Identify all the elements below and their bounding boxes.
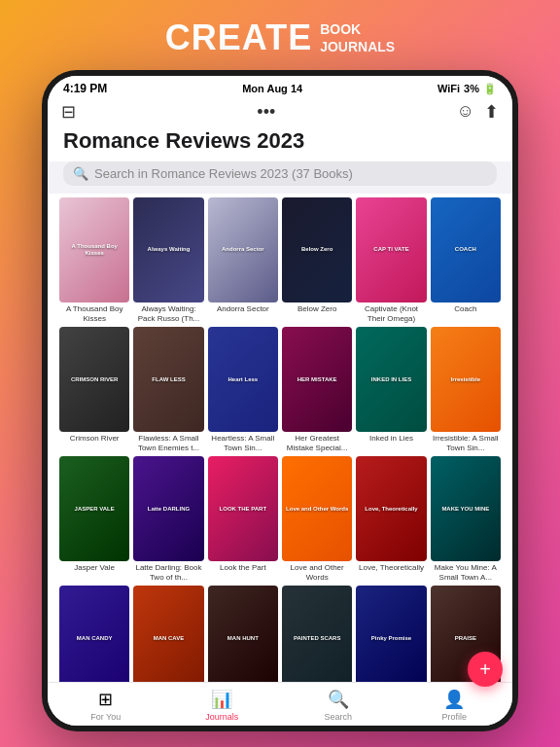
book-title: Coach <box>431 304 501 314</box>
list-item[interactable]: Always WaitingAlways Waiting: Pack Russo… <box>133 197 203 323</box>
list-item[interactable]: INKED IN LIESInked in Lies <box>356 327 426 452</box>
book-title: Make You Mine: A Small Town A... <box>431 563 501 582</box>
list-item[interactable]: Andorra SectorAndorra Sector <box>208 197 278 323</box>
books-grid: A Thousand Boy KissesA Thousand Boy Kiss… <box>59 197 501 682</box>
book-title: Latte Darling: Book Two of th... <box>133 563 203 582</box>
subtitle-line1: BOOK <box>320 20 395 38</box>
book-title: Andorra Sector <box>208 304 278 314</box>
status-right: WiFi 3% 🔋 <box>438 83 497 95</box>
list-item[interactable]: Latte DARLINGLatte Darling: Book Two of … <box>133 456 203 582</box>
add-button[interactable]: + <box>468 652 503 687</box>
list-item[interactable]: Below ZeroBelow Zero <box>282 197 352 323</box>
wifi-icon: WiFi <box>438 83 460 94</box>
tab-label-journals: Journals <box>205 712 238 722</box>
list-item[interactable]: Love, TheoreticallyLove, Theoretically <box>356 456 426 582</box>
status-bar: 4:19 PM Mon Aug 14 WiFi 3% 🔋 <box>48 76 512 97</box>
status-date: Mon Aug 14 <box>242 83 302 94</box>
battery-percent: 3% <box>464 83 479 94</box>
tab-label-search: Search <box>324 712 352 722</box>
tab-icon-journals: 📊 <box>211 689 232 710</box>
header-subtitle: BOOK JOURNALS <box>320 20 395 55</box>
list-item[interactable]: Heart LessHeartless: A Small Town Sin... <box>208 327 278 452</box>
book-title: Heartless: A Small Town Sin... <box>208 434 278 452</box>
books-container: A Thousand Boy KissesA Thousand Boy Kiss… <box>48 194 512 682</box>
tab-icon-for-you: ⊞ <box>98 689 113 710</box>
book-title: Jasper Vale <box>59 563 129 573</box>
tab-label-profile: Profile <box>441 712 467 722</box>
list-item[interactable]: IrresistibleIrresistible: A Small Town S… <box>431 327 501 452</box>
list-item[interactable]: HER MISTAKEHer Greatest Mistake Special.… <box>282 327 352 452</box>
list-item[interactable]: CRIMSON RIVERCrimson River <box>59 327 129 452</box>
tab-search[interactable]: 🔍Search <box>280 689 397 722</box>
tab-for-you[interactable]: ⊞For You <box>48 689 164 722</box>
subtitle-line2: JOURNALS <box>320 38 395 55</box>
nav-right-icons: ☺ ⬆ <box>457 101 499 123</box>
page-title-area: Romance Reviews 2023 <box>48 128 512 161</box>
book-title: Look the Part <box>208 563 278 573</box>
book-title: Her Greatest Mistake Special... <box>282 434 352 452</box>
list-item[interactable]: JASPER VALEJasper Vale <box>59 456 129 582</box>
page-title: Romance Reviews 2023 <box>63 128 497 154</box>
search-bar[interactable]: 🔍 Search in Romance Reviews 2023 (37 Boo… <box>63 161 497 186</box>
list-item[interactable]: LOOK THE PARTLook the Part <box>208 456 278 582</box>
app-header: CREATE BOOK JOURNALS <box>165 0 395 70</box>
book-title: Inked in Lies <box>356 434 426 444</box>
tab-bar: ⊞For You📊Journals🔍Search👤Profile <box>48 682 512 726</box>
list-item[interactable]: Pinky PromisePinky Promise <box>356 586 426 682</box>
battery-icon: 🔋 <box>483 83 497 95</box>
book-title: Love and Other Words <box>282 563 352 582</box>
book-title: Flawless: A Small Town Enemies t... <box>133 434 203 452</box>
list-item[interactable]: Love and Other WordsLove and Other Words <box>282 456 352 582</box>
tab-journals[interactable]: 📊Journals <box>164 689 281 722</box>
smiley-icon[interactable]: ☺ <box>457 101 474 123</box>
list-item[interactable]: MAN HUNTMan Hunt <box>208 586 278 682</box>
list-item[interactable]: MAKE YOU MINEMake You Mine: A Small Town… <box>431 456 501 582</box>
tab-icon-search: 🔍 <box>328 689 349 710</box>
list-item[interactable]: PAINTED SCARSPainted Scars: An Opposites… <box>282 586 352 682</box>
list-item[interactable]: MAN CANDYMan Candy (On A Manhunt Boo... <box>59 586 129 682</box>
tab-icon-profile: 👤 <box>443 689 465 710</box>
search-icon: 🔍 <box>73 166 88 181</box>
nav-bar: ⊟ ••• ☺ ⬆ <box>48 97 512 128</box>
nav-dots[interactable]: ••• <box>257 102 275 123</box>
device-screen: 4:19 PM Mon Aug 14 WiFi 3% 🔋 ⊟ ••• ☺ ⬆ R… <box>48 76 512 726</box>
list-item[interactable]: FLAW LESSFlawless: A Small Town Enemies … <box>133 327 203 452</box>
book-title: Crimson River <box>59 434 129 444</box>
sidebar-toggle-icon[interactable]: ⊟ <box>61 101 76 123</box>
share-icon[interactable]: ⬆ <box>484 101 499 123</box>
search-placeholder: Search in Romance Reviews 2023 (37 Books… <box>94 166 353 181</box>
book-title: Below Zero <box>282 304 352 314</box>
book-title: Irresistible: A Small Town Sin... <box>431 434 501 452</box>
book-title: Love, Theoretically <box>356 563 426 573</box>
list-item[interactable]: COACHCoach <box>431 197 501 323</box>
book-title: Always Waiting: Pack Russo (Th... <box>133 304 203 323</box>
book-title: Captivate (Knot Their Omega) <box>356 304 426 323</box>
tab-label-for-you: For You <box>90 712 121 722</box>
create-label: CREATE <box>165 18 312 58</box>
device-frame: 4:19 PM Mon Aug 14 WiFi 3% 🔋 ⊟ ••• ☺ ⬆ R… <box>42 70 518 731</box>
status-time: 4:19 PM <box>63 82 107 95</box>
list-item[interactable]: CAP TI VATECaptivate (Knot Their Omega) <box>356 197 426 323</box>
list-item[interactable]: A Thousand Boy KissesA Thousand Boy Kiss… <box>59 197 129 323</box>
list-item[interactable]: MAN CAVEMan Cave <box>133 586 203 682</box>
book-title: A Thousand Boy Kisses <box>59 304 129 323</box>
tab-profile[interactable]: 👤Profile <box>397 689 513 722</box>
